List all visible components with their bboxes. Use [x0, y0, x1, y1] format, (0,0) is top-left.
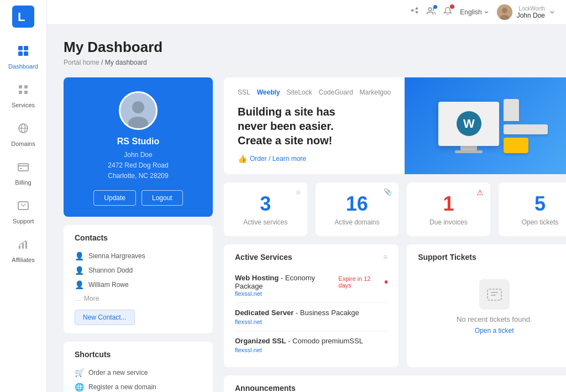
logout-button[interactable]: Logout: [142, 190, 183, 206]
sidebar: L Dashboard Services: [0, 0, 47, 392]
card: [504, 138, 528, 153]
profile-actions: Update Logout: [93, 190, 182, 206]
sidebar-item-label: Domains: [11, 140, 35, 147]
profile-company: RS Studio: [117, 137, 159, 147]
contact-item[interactable]: 👤 William Rowe: [75, 278, 202, 292]
stat-card-invoices: ⚠ 1 Due invoices: [407, 182, 490, 236]
update-button[interactable]: Update: [93, 190, 136, 206]
contact-name: Sienna Hargreaves: [88, 252, 145, 260]
chevron-down-icon: [549, 9, 555, 15]
banner-illustration: ✕ W: [405, 77, 566, 174]
more-label: More: [84, 295, 99, 302]
card-header: Support Tickets ≡: [418, 253, 566, 262]
app-logo[interactable]: L: [12, 6, 34, 29]
notification-badge: [450, 4, 454, 9]
stat-card-domains: 📎 16 Active domains: [316, 182, 399, 236]
profile-avatar: [119, 91, 158, 130]
no-tickets-text: No recent tickets found.: [457, 315, 532, 323]
user-text: LockWorth John Doe: [517, 6, 545, 19]
page-title: My Dashboard: [64, 39, 549, 56]
svg-rect-2: [18, 46, 23, 50]
service-name-bold: Organized SSL: [235, 337, 286, 345]
right-column: SSL Weebly SiteLock CodeGuard Marketgoo …: [224, 77, 566, 392]
shortcut-domain[interactable]: 🌐 Register a new domain: [75, 380, 202, 392]
stat-clip-icon[interactable]: 📎: [384, 188, 392, 196]
language-selector[interactable]: English: [460, 8, 489, 16]
banner-link[interactable]: 👍 Order / Learn more: [238, 154, 391, 163]
sidebar-item-affiliates[interactable]: Affiliates: [0, 231, 46, 270]
banner-tab-ssl[interactable]: SSL: [238, 88, 250, 96]
expire-text: Expire in 12 days: [338, 275, 382, 289]
contact-icon: 👤: [75, 280, 84, 289]
stat-card-services: ≡ 3 Active services: [224, 182, 307, 236]
card-header: Active Services ≡: [235, 253, 387, 262]
service-link[interactable]: flexssl.net: [235, 318, 387, 325]
svg-rect-3: [24, 46, 28, 50]
stat-number: 1: [443, 192, 454, 216]
card-header: Announcements ≡: [235, 384, 566, 392]
cart-icon: 🛒: [75, 368, 84, 377]
announcements-title: Announcements: [235, 384, 296, 392]
small-items: [504, 99, 548, 153]
svg-rect-13: [18, 164, 28, 171]
no-tickets: No recent tickets found. Open a ticket: [418, 268, 566, 346]
left-column: RS Studio John Doe 2472 Red Dog Road Cha…: [64, 77, 213, 392]
svg-rect-16: [19, 245, 20, 249]
sidebar-item-services[interactable]: Services: [0, 76, 46, 115]
service-row: Web Hosting - Economy Package Expire in …: [235, 274, 387, 290]
bottom-row: Active Services ≡ Web Hosting - Economy …: [224, 244, 566, 367]
service-link[interactable]: flexssl.net: [235, 290, 387, 297]
content: My Dashboard Portal home / My dashboard: [47, 25, 566, 392]
user-menu[interactable]: LockWorth John Doe: [497, 4, 555, 20]
billing-icon: [17, 160, 30, 177]
contact-item[interactable]: 👤 Shannon Dodd: [75, 263, 202, 278]
stat-label: Active services: [243, 218, 287, 226]
stat-number: 16: [346, 192, 368, 216]
shortcut-order[interactable]: 🛒 Order a new service: [75, 365, 202, 380]
banner-tab-codeguard[interactable]: CodeGuard: [319, 88, 353, 96]
share-icon[interactable]: [410, 7, 419, 18]
contact-item[interactable]: 👤 Sienna Hargreaves: [75, 249, 202, 263]
stat-menu-icon[interactable]: ≡: [296, 188, 300, 197]
ticket-icon-box: [479, 279, 510, 310]
service-link[interactable]: flexssl.net: [235, 347, 387, 353]
open-ticket-link[interactable]: Open a ticket: [475, 327, 514, 334]
breadcrumb-home[interactable]: Portal home: [64, 59, 99, 66]
svg-point-24: [132, 101, 144, 113]
domains-icon: [17, 122, 30, 138]
stats-row: ≡ 3 Active services 📎 16 Active domains …: [224, 182, 566, 236]
banner-tab-marketgoo[interactable]: Marketgoo: [360, 88, 391, 96]
stat-label: Due invoices: [429, 218, 468, 226]
card-menu-icon[interactable]: ≡: [383, 253, 387, 262]
sidebar-item-dashboard[interactable]: Dashboard: [0, 38, 46, 76]
stat-number: 5: [534, 192, 546, 216]
service-item: Organized SSL - Comodo premiumSSL flexss…: [235, 331, 387, 359]
profile-name: John Doe: [108, 150, 168, 160]
banner-tab-sitelock[interactable]: SiteLock: [286, 88, 312, 96]
contacts-more-link[interactable]: … More: [75, 292, 202, 305]
cylinder: [504, 99, 519, 121]
language-label: English: [460, 8, 481, 16]
users-icon[interactable]: [427, 7, 436, 18]
sidebar-item-billing[interactable]: Billing: [0, 154, 46, 192]
service-package: - Comodo premiumSSL: [286, 337, 363, 345]
new-contact-button[interactable]: New Contact...: [75, 310, 135, 325]
banner-tab-weebly[interactable]: Weebly: [257, 88, 280, 96]
shortcut-label: Order a new service: [88, 369, 148, 377]
active-services-title: Active Services: [235, 253, 292, 262]
svg-rect-9: [24, 91, 28, 94]
banner-headline: Building a site has never been easier. C…: [238, 104, 359, 148]
stat-alert-icon[interactable]: ⚠: [476, 188, 484, 197]
svg-rect-14: [20, 168, 22, 169]
notification-icon[interactable]: [443, 7, 452, 18]
affiliates-icon: [17, 238, 30, 254]
service-package: - Business Pacakge: [294, 309, 359, 317]
support-tickets-title: Support Tickets: [418, 253, 476, 262]
contact-name: William Rowe: [88, 281, 129, 289]
contacts-title: Contacts: [75, 233, 202, 242]
topbar-icons: English LockWorth John Doe: [410, 4, 555, 20]
sidebar-item-domains[interactable]: Domains: [0, 115, 46, 154]
sidebar-item-support[interactable]: Support: [0, 192, 46, 231]
sidebar-item-label: Affiliates: [12, 257, 34, 263]
profile-card: RS Studio John Doe 2472 Red Dog Road Cha…: [64, 77, 213, 217]
